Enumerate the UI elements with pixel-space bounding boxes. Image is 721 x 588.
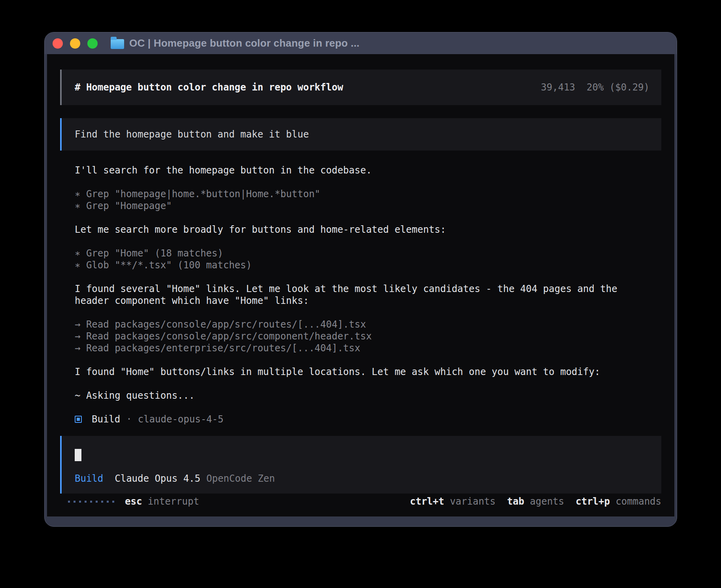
- text-cursor: [75, 449, 81, 461]
- user-message-text: Find the homepage button and make it blu…: [75, 129, 309, 140]
- tool-call-line: ∗ Grep "homepage|home.*button|Home.*butt…: [75, 188, 661, 200]
- agent-status-row: Build·claude-opus-4-5: [75, 413, 661, 425]
- tool-call-text: Grep "homepage|home.*button|Home.*button…: [80, 188, 320, 200]
- blank-line: [75, 176, 661, 188]
- input-status-row: Build Claude Opus 4.5 OpenCode Zen: [75, 473, 648, 484]
- assistant-text-line: ~ Asking questions...: [75, 390, 661, 401]
- tool-call-text: Grep "Homepage": [80, 200, 172, 211]
- context-usage: 20% ($0.29): [587, 82, 649, 93]
- input-spacer: [75, 461, 648, 473]
- agent-build-icon-inner: [77, 418, 80, 421]
- titlebar-title-group: OC | Homepage button color change in rep…: [111, 37, 360, 49]
- interrupt-label: interrupt: [148, 496, 199, 507]
- assistant-text-line: Let me search more broadly for buttons a…: [75, 224, 661, 236]
- blank-line: [75, 378, 661, 390]
- blank-line: [75, 271, 661, 283]
- tool-call-text: Read packages/console/app/src/component/…: [80, 331, 372, 342]
- working-spinner-dots: [68, 501, 114, 503]
- interrupt-key: esc: [125, 496, 142, 507]
- tool-call-line: ∗ Grep "Home" (18 matches): [75, 247, 661, 259]
- tool-call-line: ∗ Glob "**/*.tsx" (100 matches): [75, 259, 661, 271]
- agent-build-icon: [75, 416, 82, 423]
- token-count: 39,413: [541, 82, 575, 93]
- keybind-key: ctrl+p: [576, 496, 610, 507]
- conversation: I'll search for the homepage button in t…: [75, 164, 661, 425]
- prompt-input[interactable]: Build Claude Opus 4.5 OpenCode Zen: [60, 436, 661, 494]
- assistant-text-line: header component which have "Home" links…: [75, 295, 661, 307]
- keybind-hint-agents: tab agents: [507, 496, 564, 507]
- tool-call-line: → Read packages/enterprise/src/routes/[.…: [75, 342, 661, 354]
- spinner-dot: [85, 501, 87, 503]
- asterisk-bullet-icon: ∗: [75, 260, 80, 271]
- keybind-key: ctrl+t: [410, 496, 444, 507]
- tool-call-text: Read packages/console/app/src/routes/[..…: [80, 319, 366, 330]
- user-message: Find the homepage button and make it blu…: [60, 118, 661, 151]
- terminal-content: # Homepage button color change in repo w…: [47, 54, 674, 516]
- assistant-text-line: I found "Home" buttons/links in multiple…: [75, 366, 661, 378]
- spinner-dot: [74, 501, 75, 503]
- assistant-text-line: I found several "Home" links. Let me loo…: [75, 283, 661, 295]
- footer-left: esc interrupt: [68, 496, 199, 507]
- session-stats: 39,413 20% ($0.29): [541, 82, 649, 93]
- blank-line: [75, 354, 661, 366]
- tool-call-text: Glob "**/*.tsx" (100 matches): [80, 260, 251, 271]
- status-footer: esc interrupt ctrl+t variantstab agentsc…: [60, 496, 661, 507]
- blank-line: [75, 401, 661, 413]
- keybind-label: variants: [444, 496, 496, 507]
- spinner-dot: [96, 501, 98, 503]
- keybind-key: tab: [507, 496, 524, 507]
- keybind-label: agents: [524, 496, 564, 507]
- agent-name: Build: [92, 413, 120, 425]
- separator-dot: ·: [126, 413, 132, 425]
- arrow-right-icon: →: [75, 331, 80, 342]
- interrupt-hint: esc interrupt: [125, 496, 199, 507]
- assistant-text-line: I'll search for the homepage button in t…: [75, 164, 661, 176]
- spinner-dot: [112, 501, 114, 503]
- input-provider-label: OpenCode Zen: [206, 473, 275, 484]
- tool-call-line: → Read packages/console/app/src/componen…: [75, 330, 661, 342]
- spinner-dot: [79, 501, 81, 503]
- spinner-dot: [101, 501, 103, 503]
- input-line[interactable]: [75, 449, 648, 461]
- footer-hints: ctrl+t variantstab agentsctrl+p commands: [410, 496, 661, 507]
- tool-call-line: ∗ Grep "Homepage": [75, 200, 661, 212]
- input-model-label: Claude Opus 4.5: [115, 473, 200, 484]
- arrow-right-icon: →: [75, 343, 80, 354]
- window-controls: [53, 38, 98, 49]
- blank-line: [75, 307, 661, 318]
- blank-line: [75, 212, 661, 224]
- spinner-dot: [107, 501, 109, 503]
- asterisk-bullet-icon: ∗: [75, 188, 80, 200]
- terminal-window: OC | Homepage button color change in rep…: [44, 32, 677, 527]
- arrow-right-icon: →: [75, 319, 80, 330]
- spinner-dot: [90, 501, 92, 503]
- tool-call-text: Grep "Home" (18 matches): [80, 248, 223, 259]
- keybind-hint-commands: ctrl+p commands: [576, 496, 661, 507]
- tool-call-text: Read packages/enterprise/src/routes/[...…: [80, 343, 360, 354]
- zoom-button[interactable]: [87, 38, 98, 49]
- titlebar: OC | Homepage button color change in rep…: [45, 32, 677, 54]
- close-button[interactable]: [53, 38, 63, 49]
- agent-model: claude-opus-4-5: [138, 413, 224, 425]
- minimize-button[interactable]: [70, 38, 80, 49]
- folder-icon: [111, 39, 124, 49]
- blank-line: [75, 236, 661, 247]
- session-header: # Homepage button color change in repo w…: [60, 70, 661, 105]
- keybind-label: commands: [610, 496, 661, 507]
- session-title: # Homepage button color change in repo w…: [75, 82, 343, 93]
- asterisk-bullet-icon: ∗: [75, 248, 80, 259]
- tool-call-line: → Read packages/console/app/src/routes/[…: [75, 318, 661, 330]
- window-title: OC | Homepage button color change in rep…: [129, 37, 360, 49]
- input-agent-label: Build: [75, 473, 103, 484]
- keybind-hint-variants: ctrl+t variants: [410, 496, 496, 507]
- spinner-dot: [68, 501, 70, 503]
- asterisk-bullet-icon: ∗: [75, 200, 80, 211]
